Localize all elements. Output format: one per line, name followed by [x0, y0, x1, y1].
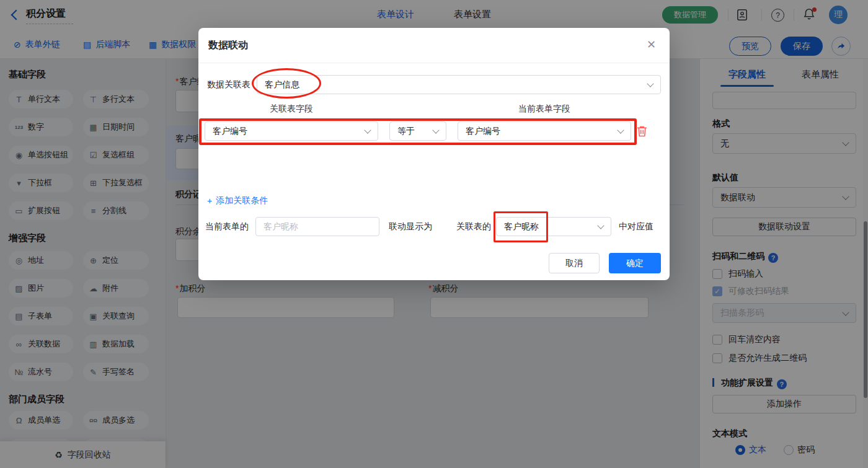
- annotation-ellipse-relation-table: [252, 68, 321, 99]
- data-linkage-modal: 数据联动 ✕ 数据关联表 客户信息 关联表字段 当前表单字段 客户编号 等于 客…: [198, 28, 670, 280]
- modal-header-divider: [198, 63, 670, 63]
- display-rule-prefix: 当前表单的: [205, 221, 249, 232]
- current-field-input[interactable]: 客户昵称: [255, 217, 379, 236]
- plus-icon: +: [207, 196, 212, 206]
- display-rule-related-prefix: 关联表的: [456, 221, 491, 232]
- annotation-rect-related-field: [494, 211, 548, 242]
- cancel-button[interactable]: 取消: [549, 253, 600, 273]
- chevron-down-icon: [647, 80, 653, 87]
- modal-title: 数据联动: [208, 28, 248, 63]
- annotation-rect-condition-row: [199, 118, 637, 145]
- chevron-down-icon: [597, 222, 604, 229]
- column-header-current-field: 当前表单字段: [458, 104, 631, 115]
- close-icon[interactable]: ✕: [647, 38, 656, 51]
- trash-icon: [637, 125, 647, 137]
- add-condition-link[interactable]: + 添加关联条件: [207, 195, 268, 206]
- delete-condition-button[interactable]: [637, 125, 647, 139]
- confirm-button[interactable]: 确定: [609, 253, 661, 273]
- display-rule-suffix: 中对应值: [619, 221, 653, 232]
- display-rule-middle: 联动显示为: [389, 221, 432, 232]
- column-header-related-field: 关联表字段: [205, 104, 378, 115]
- relation-table-label: 数据关联表: [207, 79, 250, 91]
